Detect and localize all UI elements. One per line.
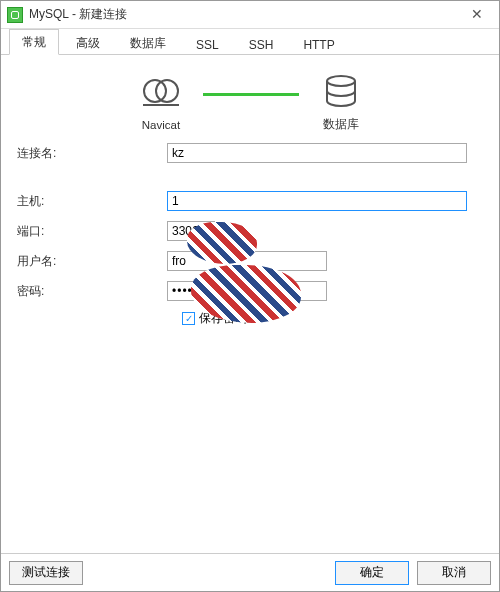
input-username[interactable]: [167, 251, 327, 271]
label-username: 用户名:: [17, 253, 167, 270]
close-button[interactable]: ✕: [461, 5, 493, 25]
cancel-button[interactable]: 取消: [417, 561, 491, 585]
database-label: 数据库: [323, 117, 359, 132]
tab-advanced[interactable]: 高级: [63, 30, 113, 55]
content-area: Navicat 数据库 连接名: 主机: 端口: 用户名: 密码: ✓ 保存: [1, 55, 499, 553]
navicat-label: Navicat: [142, 119, 180, 131]
connector-line: [203, 93, 299, 96]
title-bar: MySQL - 新建连接 ✕: [1, 1, 499, 29]
input-port[interactable]: [167, 221, 215, 241]
input-host[interactable]: [167, 191, 467, 211]
tab-bar: 常规 高级 数据库 SSL SSH HTTP: [1, 29, 499, 55]
tab-ssl[interactable]: SSL: [183, 33, 232, 55]
label-port: 端口:: [17, 223, 167, 240]
checkbox-save-password[interactable]: ✓: [182, 312, 195, 325]
footer: 测试连接 确定 取消: [1, 553, 499, 591]
label-save-password: 保存密码: [199, 310, 247, 327]
label-host: 主机:: [17, 193, 167, 210]
app-icon: [7, 7, 23, 23]
tab-general[interactable]: 常规: [9, 29, 59, 55]
tab-database[interactable]: 数据库: [117, 30, 179, 55]
input-connection-name[interactable]: [167, 143, 467, 163]
navicat-icon: Navicat: [139, 75, 183, 131]
test-connection-button[interactable]: 测试连接: [9, 561, 83, 585]
input-password[interactable]: [167, 281, 327, 301]
database-icon: 数据库: [319, 73, 363, 132]
label-password: 密码:: [17, 283, 167, 300]
svg-point-2: [327, 76, 355, 86]
tab-http[interactable]: HTTP: [290, 33, 347, 55]
connection-diagram: Navicat 数据库: [17, 73, 485, 132]
tab-ssh[interactable]: SSH: [236, 33, 287, 55]
window-title: MySQL - 新建连接: [29, 6, 461, 23]
ok-button[interactable]: 确定: [335, 561, 409, 585]
label-connection-name: 连接名:: [17, 145, 167, 162]
